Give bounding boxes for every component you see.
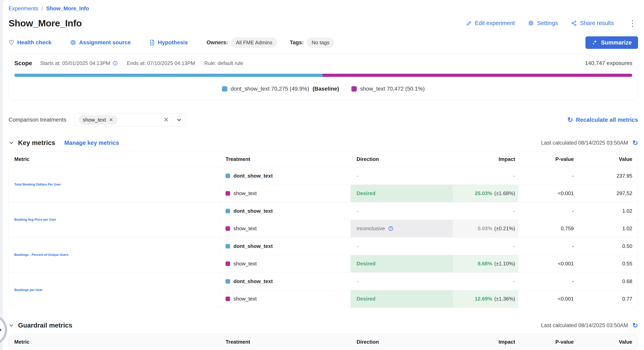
- owners-label: Owners:: [206, 40, 228, 46]
- impact-cell: -: [453, 272, 518, 290]
- col-impact: Impact: [453, 339, 518, 345]
- health-check-link[interactable]: ♡ Health check: [8, 39, 52, 46]
- refresh-icon[interactable]: ↻: [632, 322, 638, 329]
- treatment-chip[interactable]: show_text ✕: [78, 115, 118, 125]
- value-cell: 0.68: [575, 272, 638, 290]
- settings-button[interactable]: Settings: [528, 20, 558, 27]
- breadcrumb-current[interactable]: Show_More_Info: [46, 6, 89, 12]
- guardrail-table-header: Metric Treatment Direction Impact P-valu…: [9, 334, 638, 349]
- pvalue-cell: <0.001: [518, 290, 575, 307]
- impact-ci: (±1.10%): [494, 261, 515, 267]
- col-direction: Direction: [350, 339, 453, 345]
- chevron-down-icon[interactable]: [176, 117, 182, 123]
- pvalue-cell: -: [518, 237, 575, 255]
- impact-cell: 8.68%(±1.10%): [453, 255, 518, 272]
- chevron-down-icon: [8, 322, 14, 328]
- last-calculated-text: Last calculated 08/14/2025 03:50AM: [541, 140, 628, 146]
- owners-pill[interactable]: All FME Admins: [231, 37, 277, 48]
- select-clear-icon[interactable]: ✕: [164, 116, 169, 124]
- pvalue-cell: <0.001: [518, 185, 575, 202]
- tags-pill[interactable]: No tags: [307, 37, 334, 48]
- impact-percent: 0.03%: [478, 225, 492, 232]
- impact-percent: 25.03%: [475, 190, 492, 196]
- metric-link[interactable]: Bookings per User: [9, 272, 220, 307]
- page-title: Show_More_Info: [8, 18, 82, 29]
- value-cell: 1.02: [575, 220, 638, 237]
- refresh-icon[interactable]: ↻: [632, 139, 638, 146]
- metric-group: Bookings - Percent of Unique Users dont_…: [9, 237, 638, 272]
- comparison-label: Comparison treatments: [8, 117, 66, 123]
- meta-row: ♡ Health check Assignment source Hypothe…: [8, 36, 638, 49]
- table-row-treatment: dont_show_text: [220, 167, 350, 185]
- exposure-split-bar: [14, 74, 632, 77]
- metric-group: Bookings per User dont_show_text - - - 0…: [9, 272, 638, 307]
- scope-rule: Rule: default rule: [204, 60, 244, 66]
- pvalue-cell: -: [518, 167, 575, 185]
- breadcrumb-experiments[interactable]: Experiments: [8, 6, 38, 12]
- help-icon[interactable]: ?: [388, 226, 394, 231]
- exposure-legend: dont_show_text 70,275 (49.9%) (Baseline)…: [14, 86, 632, 92]
- direction-cell: Desired: [350, 290, 453, 307]
- target-icon: [70, 40, 76, 46]
- guardrail-metrics-collapse-toggle[interactable]: Guardrail metrics: [8, 321, 72, 329]
- owners-group: Owners: All FME Admins: [206, 37, 277, 48]
- direction-cell: -: [350, 202, 453, 220]
- legend-baseline-suffix: (Baseline): [312, 86, 339, 92]
- col-treatment: Treatment: [220, 339, 350, 345]
- direction-cell: -: [350, 237, 453, 255]
- metric-link[interactable]: Total Booking Dollars Per User: [9, 167, 220, 202]
- col-treatment: Treatment: [220, 156, 350, 162]
- treatment-swatch: [226, 226, 230, 231]
- edit-experiment-button[interactable]: Edit experiment: [466, 20, 515, 27]
- sparkles-icon: [592, 40, 598, 46]
- summarize-button[interactable]: Summarize: [586, 36, 638, 49]
- more-menu-kebab-icon[interactable]: ⋮: [627, 19, 638, 27]
- comparison-treatments-select[interactable]: show_text ✕ ✕: [75, 113, 186, 126]
- assignment-source-link[interactable]: Assignment source: [70, 39, 131, 46]
- direction-cell: Desired: [350, 185, 453, 202]
- metric-link[interactable]: Booking Avg Price per User: [9, 202, 220, 237]
- pvalue-cell: 0.759: [518, 220, 575, 237]
- treatment-name: dont_show_text: [234, 208, 273, 214]
- impact-ci: (±1.36%): [494, 296, 515, 302]
- scope-card: Scope Starts at: 05/01/2025 04:13PM Ends…: [8, 54, 638, 100]
- pvalue-cell: <0.001: [518, 255, 575, 272]
- pvalue-cell: -: [518, 272, 575, 290]
- scope-title: Scope: [14, 60, 32, 67]
- key-metrics-collapse-toggle[interactable]: Key metrics: [8, 139, 55, 147]
- col-value: Value: [575, 156, 638, 162]
- col-pvalue: P-value: [518, 156, 575, 162]
- impact-ci: (±0.21%): [494, 225, 515, 232]
- scope-starts-at: Starts at: 05/01/2025 04:13PM: [40, 60, 118, 66]
- value-cell: 0.55: [575, 255, 638, 272]
- info-icon[interactable]: [112, 61, 118, 66]
- treatment-swatch: [226, 296, 230, 301]
- treatment-bar-segment: [322, 74, 632, 77]
- breadcrumb: Experiments / Show_More_Info: [8, 0, 638, 12]
- gear-icon: [528, 20, 534, 26]
- scope-header: Scope Starts at: 05/01/2025 04:13PM Ends…: [14, 60, 632, 67]
- chip-remove-icon[interactable]: ✕: [109, 117, 113, 123]
- metric-link[interactable]: Bookings - Percent of Unique Users: [9, 237, 220, 272]
- treatment-swatch: [226, 261, 230, 266]
- share-results-button[interactable]: Share results: [571, 20, 614, 27]
- impact-cell: 25.03%(±1.68%): [453, 185, 518, 202]
- select-divider: [172, 116, 172, 124]
- scope-starts-at-text: Starts at: 05/01/2025 04:13PM: [40, 60, 110, 66]
- impact-percent: 8.68%: [478, 261, 492, 267]
- direction-label: Inconclusive: [356, 225, 385, 232]
- col-impact: Impact: [453, 156, 518, 162]
- svg-text:?: ?: [390, 227, 392, 230]
- legend-item-baseline: dont_show_text 70,275 (49.9%) (Baseline): [222, 86, 339, 92]
- recalculate-label: Recalculate all metrics: [576, 117, 638, 123]
- hypothesis-link[interactable]: Hypothesis: [149, 39, 188, 46]
- recalculate-all-metrics-button[interactable]: ↻ Recalculate all metrics: [567, 116, 638, 123]
- baseline-swatch: [226, 209, 230, 213]
- comparison-row: Comparison treatments show_text ✕ ✕ ↻ Re…: [8, 113, 638, 126]
- table-row-treatment: show_text: [220, 290, 350, 307]
- treatment-swatch: [226, 191, 230, 196]
- value-cell: 1.02: [575, 202, 638, 220]
- manage-key-metrics-link[interactable]: Manage key metrics: [64, 140, 119, 146]
- key-metrics-title: Key metrics: [18, 139, 55, 147]
- table-row-treatment: dont_show_text: [220, 202, 350, 220]
